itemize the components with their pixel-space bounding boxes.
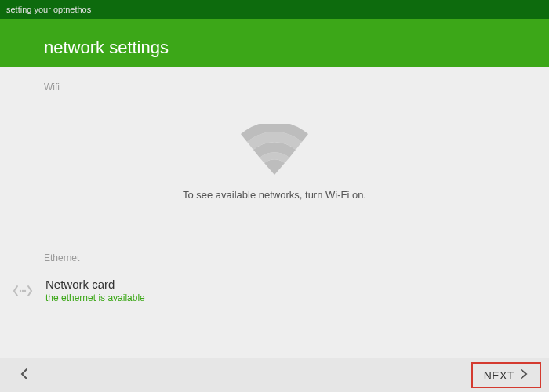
wifi-icon <box>239 124 310 175</box>
ethernet-section: Ethernet Network card the ethernet is av… <box>44 252 549 303</box>
ethernet-title: Network card <box>45 278 145 291</box>
ethernet-section-label: Ethernet <box>44 252 549 263</box>
content-area: Wifi To see available networks, turn Wi-… <box>0 67 549 358</box>
ethernet-status: the ethernet is available <box>45 292 145 303</box>
ethernet-text: Network card the ethernet is available <box>45 278 145 303</box>
wifi-section-label: Wifi <box>44 82 549 93</box>
next-button[interactable]: NEXT <box>471 362 541 388</box>
chevron-left-icon <box>19 368 30 383</box>
page-header: network settings <box>0 19 549 67</box>
ethernet-item[interactable]: Network card the ethernet is available <box>13 271 549 303</box>
svg-point-0 <box>20 289 21 291</box>
status-bar: setting your optnethos <box>0 0 549 19</box>
status-bar-text: setting your optnethos <box>6 5 91 14</box>
next-button-label: NEXT <box>484 369 514 382</box>
wifi-message: To see available networks, turn Wi-Fi on… <box>22 189 527 201</box>
wifi-section: Wifi To see available networks, turn Wi-… <box>44 82 549 232</box>
svg-point-2 <box>24 289 26 291</box>
page-title: network settings <box>44 38 169 58</box>
footer-bar: NEXT <box>0 358 549 392</box>
svg-point-1 <box>22 289 24 291</box>
back-button[interactable] <box>8 363 41 388</box>
wifi-empty-state: To see available networks, turn Wi-Fi on… <box>22 100 527 232</box>
ethernet-icon <box>13 284 33 298</box>
chevron-right-icon <box>519 368 529 382</box>
